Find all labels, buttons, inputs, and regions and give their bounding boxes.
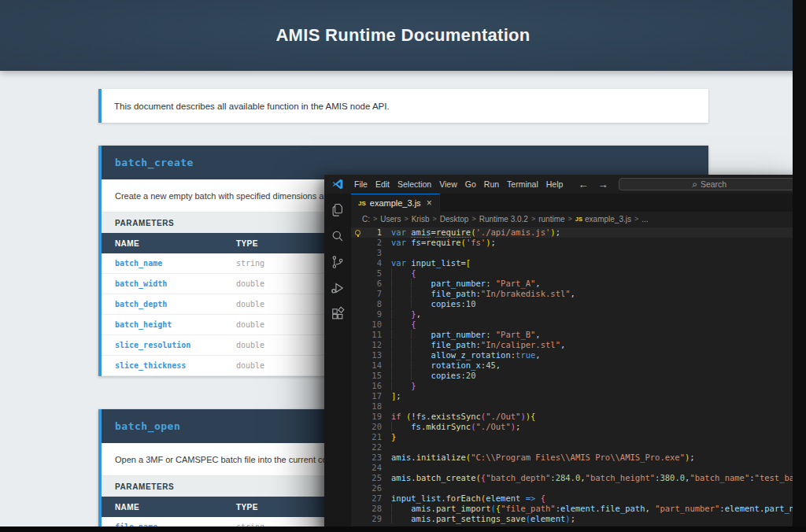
menu-file[interactable]: File bbox=[350, 179, 372, 189]
source-control-icon[interactable] bbox=[324, 249, 351, 275]
breadcrumb-item[interactable]: Users bbox=[380, 215, 401, 224]
menu-terminal[interactable]: Terminal bbox=[503, 179, 542, 189]
code-token: 45 bbox=[486, 360, 496, 370]
code-token: 20 bbox=[466, 371, 476, 380]
search-input[interactable]: ⌕ Search bbox=[619, 178, 800, 190]
param-name-link[interactable]: batch_height bbox=[102, 320, 236, 329]
code-token: var bbox=[391, 258, 406, 268]
code-token: } bbox=[411, 381, 416, 390]
menu-go[interactable]: Go bbox=[461, 179, 480, 189]
code-line-text: file_path:"In/caliper.stl", bbox=[382, 340, 565, 350]
line-number: 1 bbox=[364, 227, 382, 238]
code-line: 18 bbox=[351, 401, 806, 412]
menu-view[interactable]: View bbox=[435, 179, 461, 189]
menu-run[interactable]: Run bbox=[480, 179, 503, 189]
menu-selection[interactable]: Selection bbox=[394, 179, 435, 189]
lightbulb-icon[interactable] bbox=[355, 230, 360, 235]
code-token: fs bbox=[411, 238, 421, 247]
code-line: 12 file_path:"In/caliper.stl", bbox=[351, 340, 806, 350]
tab-example-3-js[interactable]: JS example_3.js × bbox=[351, 194, 440, 212]
param-name-link[interactable]: batch_depth bbox=[102, 300, 236, 308]
code-line-text: if (!fs.existsSync("./Out")){ bbox=[382, 412, 535, 422]
code-line: 26 bbox=[351, 483, 806, 493]
code-line-text: part_number: "Part_B", bbox=[382, 330, 541, 340]
line-number: 5 bbox=[364, 268, 382, 279]
code-token: "In/brakedisk.stl" bbox=[481, 289, 571, 298]
breadcrumb-item[interactable]: Runtime 3.0.2 bbox=[479, 215, 528, 224]
code-token: var bbox=[391, 227, 406, 237]
code-editor[interactable]: 1var amis=require('./api/amis.js');2var … bbox=[351, 226, 806, 532]
menu-bar: FileEditSelectionViewGoRunTerminalHelp bbox=[350, 175, 567, 194]
breadcrumb-item[interactable]: JSexample_3.js bbox=[575, 215, 631, 224]
column-name: NAME bbox=[102, 239, 236, 248]
close-tab-icon[interactable]: × bbox=[427, 198, 432, 209]
code-line-text: var input_list=[ bbox=[382, 258, 471, 268]
code-line: 15 copies:20 bbox=[351, 371, 806, 381]
nav-back-icon[interactable]: ← bbox=[573, 179, 593, 190]
code-token: { bbox=[541, 493, 545, 503]
code-line-text bbox=[382, 248, 391, 258]
line-number: 21 bbox=[364, 432, 382, 442]
breadcrumb-item[interactable]: runtime bbox=[538, 215, 564, 224]
line-number: 26 bbox=[364, 483, 382, 493]
run-debug-icon[interactable] bbox=[324, 275, 351, 301]
code-line: 20 fs.mkdirSync("./Out"); bbox=[351, 422, 806, 432]
chevron-right-icon: > bbox=[634, 215, 638, 223]
breadcrumb-item-label: example_3.js bbox=[585, 215, 631, 224]
gutter-cell bbox=[351, 432, 364, 442]
chevron-right-icon: > bbox=[568, 215, 572, 223]
chevron-right-icon: > bbox=[531, 215, 535, 223]
extensions-icon[interactable] bbox=[324, 301, 351, 327]
code-line: 24 bbox=[351, 463, 806, 473]
activity-bar bbox=[324, 194, 351, 532]
code-token: "batch_depth" bbox=[486, 473, 550, 482]
js-file-icon: JS bbox=[358, 200, 366, 207]
breadcrumb-item-label: ... bbox=[641, 215, 648, 224]
files-icon[interactable] bbox=[324, 197, 351, 223]
code-token: 'fs' bbox=[466, 238, 486, 247]
code-token: fs bbox=[411, 422, 421, 431]
line-number: 9 bbox=[364, 309, 382, 320]
chevron-right-icon: > bbox=[404, 215, 408, 223]
param-name-link[interactable]: batch_width bbox=[102, 279, 236, 288]
code-line: 7 file_path:"In/brakedisk.stl", bbox=[351, 289, 806, 299]
chevron-right-icon: > bbox=[373, 215, 377, 223]
breadcrumb-item[interactable]: Desktop bbox=[440, 215, 469, 224]
code-token bbox=[391, 320, 411, 329]
gutter-cell bbox=[351, 238, 364, 248]
param-name-link[interactable]: slice_resolution bbox=[102, 341, 236, 349]
gutter-cell bbox=[351, 514, 364, 524]
column-type: TYPE bbox=[236, 503, 258, 512]
code-token: require bbox=[436, 227, 471, 237]
code-token bbox=[391, 514, 411, 523]
code-token: file_path bbox=[431, 289, 476, 298]
line-number: 13 bbox=[364, 350, 382, 360]
search-sidebar-icon[interactable] bbox=[324, 223, 351, 249]
code-line: 6 part_number: "Part_A", bbox=[351, 279, 806, 289]
gutter-cell bbox=[351, 330, 364, 340]
code-token bbox=[391, 371, 431, 380]
breadcrumb-item[interactable]: C: bbox=[362, 215, 370, 224]
code-line: 8 copies:10 bbox=[351, 299, 806, 309]
param-name-link[interactable]: batch_name bbox=[102, 259, 236, 268]
code-token: "part_number" bbox=[655, 504, 719, 513]
menu-help[interactable]: Help bbox=[542, 179, 568, 189]
line-number: 18 bbox=[364, 401, 382, 412]
search-label: Search bbox=[701, 179, 727, 189]
param-name-link[interactable]: slice_thickness bbox=[102, 361, 236, 370]
code-token: [ bbox=[466, 258, 471, 268]
gutter-cell bbox=[351, 504, 364, 514]
breadcrumb-item[interactable]: ... bbox=[641, 215, 648, 224]
doc-page-header: AMIS Runtime Documentation bbox=[0, 0, 806, 71]
code-token: './api/amis.js' bbox=[476, 227, 551, 237]
code-line: 23amis.initialize("C:\\Program Files\\AM… bbox=[351, 453, 806, 463]
code-token bbox=[391, 268, 411, 278]
code-token: ; bbox=[396, 391, 401, 401]
breadcrumb-item[interactable]: Krisb bbox=[412, 215, 430, 224]
nav-forward-icon[interactable]: → bbox=[593, 179, 612, 190]
menu-edit[interactable]: Edit bbox=[372, 179, 394, 189]
code-token: ; bbox=[556, 227, 560, 237]
code-line: 9 }, bbox=[351, 309, 806, 320]
code-token: amis bbox=[391, 453, 411, 462]
breadcrumb: C:>Users>Krisb>Desktop>Runtime 3.0.2>run… bbox=[351, 212, 806, 226]
